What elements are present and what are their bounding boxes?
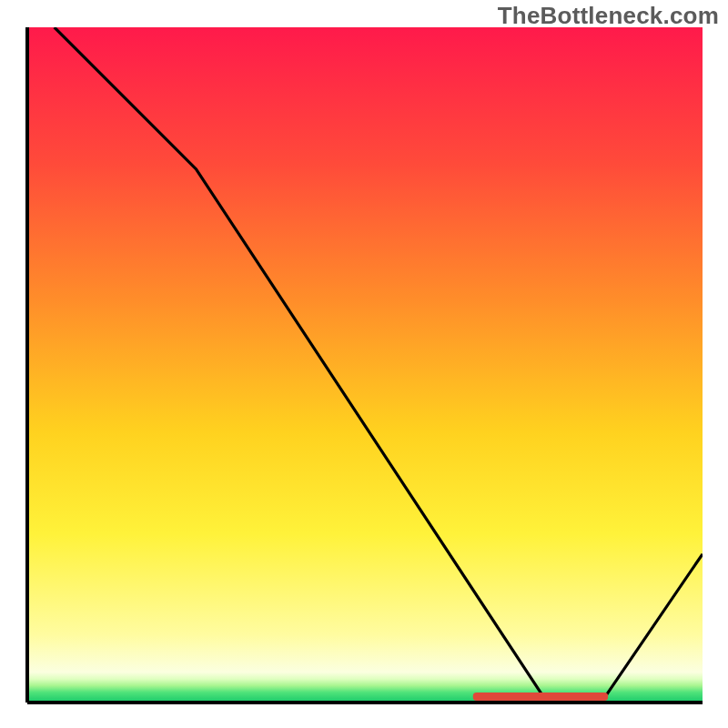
optimum-marker [473,693,608,701]
bottleneck-chart [0,0,728,728]
plot-background [27,27,703,703]
chart-frame: TheBottleneck.com [0,0,728,728]
